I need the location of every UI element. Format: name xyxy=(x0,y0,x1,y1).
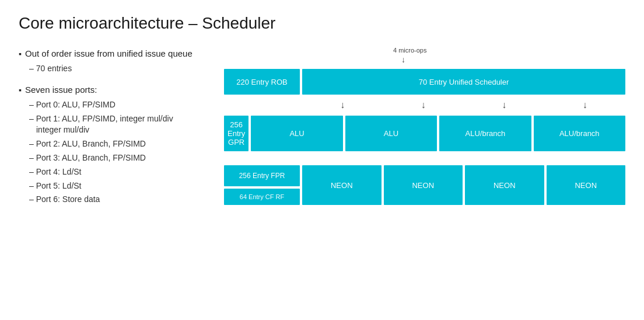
right-panel: 4 micro-ops ↓ 220 Entry ROB 70 Entry Uni… xyxy=(224,47,625,205)
bullet1-sub-0: – 70 entries xyxy=(19,62,205,76)
bullet-section-2: Seven issue ports: – Port 0: ALU, FP/SIM… xyxy=(19,83,205,207)
left-panel: Out of order issue from unified issue qu… xyxy=(19,47,205,214)
micro-ops-label: 4 micro-ops xyxy=(393,47,426,54)
arrow-2: ↓ xyxy=(383,99,464,111)
neon-box-3: NEON xyxy=(465,165,544,205)
row3: 256 Entry FPR 64 Entry CF RF NEON NEON N… xyxy=(224,165,625,205)
neon-box-1: NEON xyxy=(302,165,382,205)
spacer xyxy=(224,156,625,161)
arrows-row: ↓ ↓ ↓ ↓ xyxy=(224,99,625,111)
bullet2-sub-3: – Port 3: ALU, Branch, FP/SIMD xyxy=(19,151,205,165)
alu-box-3: ALU/branch xyxy=(439,116,531,151)
unified-scheduler-box: 70 Entry Unified Scheduler xyxy=(302,69,625,95)
micro-ops-arrow-icon: ↓ xyxy=(401,55,405,64)
bullet2-sub-6: – Port 6: Store data xyxy=(19,193,205,207)
page-title: Core microarchitecture – Scheduler xyxy=(19,14,625,33)
cfrf-box: 64 Entry CF RF xyxy=(224,189,300,205)
diagram: 4 micro-ops ↓ 220 Entry ROB 70 Entry Uni… xyxy=(224,47,625,205)
fpr-box: 256 Entry FPR xyxy=(224,165,300,186)
bullet2-sub-2: – Port 2: ALU, Branch, FP/SIMD xyxy=(19,137,205,151)
bullet2-sub-4: – Port 4: Ld/St xyxy=(19,165,205,179)
bullet2-sub-5: – Port 5: Ld/St xyxy=(19,179,205,193)
neon-box-4: NEON xyxy=(547,165,626,205)
gpr-box: 256 Entry GPR xyxy=(224,116,249,151)
alu-box-4: ALU/branch xyxy=(534,116,625,151)
neon-box-2: NEON xyxy=(384,165,463,205)
bullet2-main: Seven issue ports: xyxy=(19,83,205,97)
bullet-section-1: Out of order issue from unified issue qu… xyxy=(19,47,205,76)
bullet2-sub-0: – Port 0: ALU, FP/SIMD xyxy=(19,98,205,112)
arrow-1: ↓ xyxy=(302,99,383,111)
alu-box-2: ALU xyxy=(345,116,437,151)
arrow-3: ↓ xyxy=(464,99,545,111)
bullet1-main: Out of order issue from unified issue qu… xyxy=(19,47,205,61)
row2: 256 Entry GPR ALU ALU ALU/branch ALU/bra… xyxy=(224,116,625,151)
arrow-4: ↓ xyxy=(545,99,626,111)
alu-box-1: ALU xyxy=(251,116,342,151)
content-area: Out of order issue from unified issue qu… xyxy=(19,47,625,214)
left-col-row3: 256 Entry FPR 64 Entry CF RF xyxy=(224,165,300,205)
rob-box: 220 Entry ROB xyxy=(224,69,300,95)
row1: 220 Entry ROB 70 Entry Unified Scheduler xyxy=(224,69,625,95)
